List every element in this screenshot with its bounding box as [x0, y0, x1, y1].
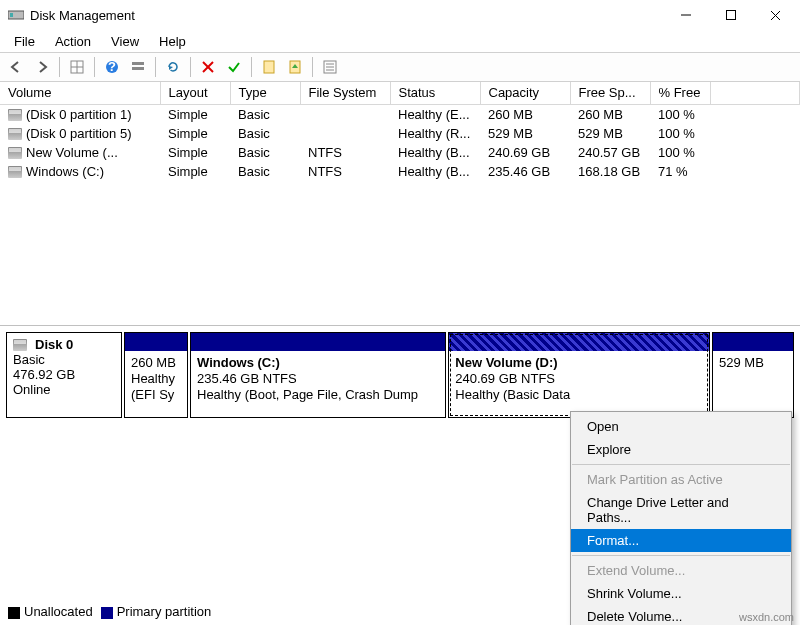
title-bar: Disk Management: [0, 0, 800, 30]
table-row[interactable]: Windows (C:)SimpleBasicNTFSHealthy (B...…: [0, 162, 800, 181]
table-row[interactable]: New Volume (...SimpleBasicNTFSHealthy (B…: [0, 143, 800, 162]
partition-new-volume-d[interactable]: New Volume (D:) 240.69 GB NTFS Healthy (…: [448, 332, 710, 418]
table-row[interactable]: (Disk 0 partition 5)SimpleBasicHealthy (…: [0, 124, 800, 143]
col-free[interactable]: Free Sp...: [570, 82, 650, 104]
forward-button[interactable]: [30, 55, 54, 79]
ctx-explore[interactable]: Explore: [571, 438, 791, 461]
disk-status: Online: [13, 382, 115, 397]
watermark: wsxdn.com: [739, 611, 794, 623]
maximize-button[interactable]: [708, 1, 753, 29]
list-icon[interactable]: [126, 55, 150, 79]
col-volume[interactable]: Volume: [0, 82, 160, 104]
partition-efi[interactable]: 260 MB Healthy (EFI Sy: [124, 332, 188, 418]
col-status[interactable]: Status: [390, 82, 480, 104]
col-capacity[interactable]: Capacity: [480, 82, 570, 104]
delete-icon[interactable]: [196, 55, 220, 79]
svg-rect-15: [264, 61, 274, 73]
back-button[interactable]: [4, 55, 28, 79]
ctx-open[interactable]: Open: [571, 415, 791, 438]
svg-rect-11: [132, 62, 144, 65]
toolbar: ?: [0, 52, 800, 82]
menu-view[interactable]: View: [101, 32, 149, 51]
check-icon[interactable]: [222, 55, 246, 79]
col-fs[interactable]: File System: [300, 82, 390, 104]
grid-icon[interactable]: [65, 55, 89, 79]
col-type[interactable]: Type: [230, 82, 300, 104]
svg-rect-1: [10, 13, 13, 17]
swatch-unallocated: [8, 607, 20, 619]
properties-icon[interactable]: [318, 55, 342, 79]
ctx-extend: Extend Volume...: [571, 559, 791, 582]
refresh-icon[interactable]: [161, 55, 185, 79]
ctx-shrink[interactable]: Shrink Volume...: [571, 582, 791, 605]
menu-action[interactable]: Action: [45, 32, 101, 51]
menu-help[interactable]: Help: [149, 32, 196, 51]
swatch-primary: [101, 607, 113, 619]
ctx-mark-active: Mark Partition as Active: [571, 468, 791, 491]
partition-windows-c[interactable]: Windows (C:) 235.46 GB NTFS Healthy (Boo…: [190, 332, 446, 418]
column-headers: Volume Layout Type File System Status Ca…: [0, 82, 800, 104]
table-row[interactable]: (Disk 0 partition 1)SimpleBasicHealthy (…: [0, 104, 800, 124]
legend: Unallocated Primary partition: [8, 604, 211, 619]
disk-icon: [13, 339, 27, 351]
minimize-button[interactable]: [663, 1, 708, 29]
page-up-icon[interactable]: [283, 55, 307, 79]
svg-rect-12: [132, 67, 144, 70]
svg-text:?: ?: [108, 60, 116, 74]
partition-recovery[interactable]: 529 MB: [712, 332, 794, 418]
col-spacer: [710, 82, 800, 104]
col-layout[interactable]: Layout: [160, 82, 230, 104]
help-icon[interactable]: ?: [100, 55, 124, 79]
window-title: Disk Management: [30, 8, 663, 23]
col-pct[interactable]: % Free: [650, 82, 710, 104]
volume-icon: [8, 147, 22, 159]
volume-icon: [8, 166, 22, 178]
svg-rect-3: [726, 11, 735, 20]
page-icon[interactable]: [257, 55, 281, 79]
disk-type: Basic: [13, 352, 115, 367]
disk-name: Disk 0: [35, 337, 73, 352]
disk-size: 476.92 GB: [13, 367, 115, 382]
close-button[interactable]: [753, 1, 798, 29]
disk-info-panel[interactable]: Disk 0 Basic 476.92 GB Online: [6, 332, 122, 418]
app-icon: [8, 8, 24, 22]
menu-file[interactable]: File: [4, 32, 45, 51]
volume-icon: [8, 128, 22, 140]
context-menu: Open Explore Mark Partition as Active Ch…: [570, 411, 792, 625]
ctx-change-letter[interactable]: Change Drive Letter and Paths...: [571, 491, 791, 529]
ctx-format[interactable]: Format...: [571, 529, 791, 552]
menu-bar: File Action View Help: [0, 30, 800, 52]
volume-icon: [8, 109, 22, 121]
volume-list: Volume Layout Type File System Status Ca…: [0, 82, 800, 326]
